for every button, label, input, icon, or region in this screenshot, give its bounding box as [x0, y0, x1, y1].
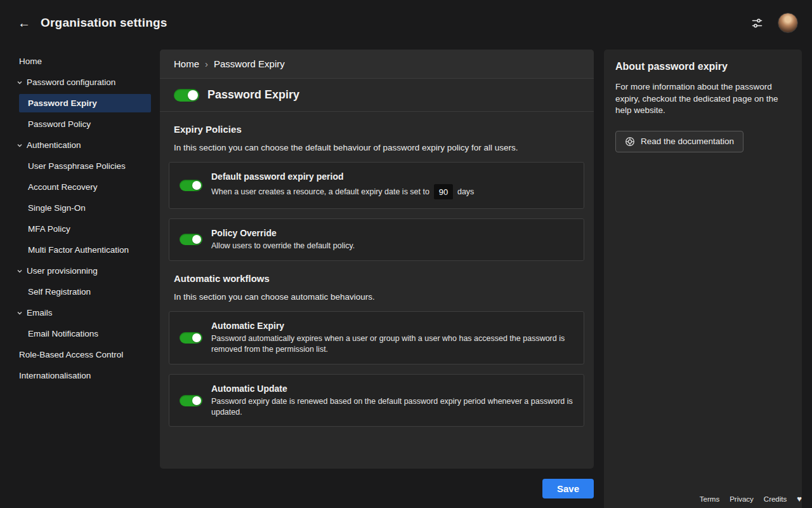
user-avatar[interactable] — [778, 13, 798, 33]
sidebar-group-password-configuration[interactable]: Password configuration — [0, 72, 160, 93]
breadcrumb-separator: › — [205, 58, 208, 69]
top-bar: ← Organisation settings — [0, 0, 812, 46]
sidebar-item-role-based-access-control[interactable]: Role-Based Access Control — [0, 344, 160, 365]
setting-description: Allow users to override the default poli… — [211, 241, 355, 251]
help-panel-title: About password expiry — [615, 61, 790, 72]
sidebar-item-label: Single Sign-On — [28, 203, 86, 213]
sidebar-group-authentication[interactable]: Authentication — [0, 135, 160, 156]
section-description: In this section you can choose automatic… — [174, 292, 580, 302]
filter-sliders-icon[interactable] — [747, 13, 766, 32]
section-title-expiry-policies: Expiry Policies — [174, 124, 580, 135]
sidebar-item-label: Multi Factor Authentication — [28, 245, 129, 255]
sidebar-item-label: Home — [19, 57, 42, 66]
sidebar-item-label: Password Policy — [28, 119, 91, 129]
sidebar-item-label: User provisionning — [27, 266, 98, 276]
password-expiry-toggle[interactable] — [174, 89, 199, 102]
sidebar-item-label: Authentication — [27, 140, 81, 150]
sidebar-item-mfa-policy[interactable]: MFA Policy — [0, 218, 160, 239]
sidebar-item-single-sign-on[interactable]: Single Sign-On — [0, 197, 160, 218]
setting-card-automatic-expiry: Automatic Expiry Password automatically … — [169, 311, 584, 364]
automatic-expiry-toggle[interactable] — [180, 332, 202, 344]
setting-card-default-expiry-period: Default password expiry period When a us… — [169, 162, 584, 209]
chevron-down-icon — [16, 310, 23, 316]
sidebar-item-label: Password Expiry — [28, 98, 97, 108]
back-arrow-icon[interactable]: ← — [14, 13, 34, 33]
help-panel-text: For more information about the password … — [615, 81, 790, 117]
sidebar-item-email-notifications[interactable]: Email Notifications — [0, 323, 160, 344]
sidebar-item-label: Password configuration — [27, 77, 115, 87]
setting-card-text: Automatic Expiry Password automatically … — [211, 321, 573, 355]
setting-title: Default password expiry period — [211, 171, 474, 182]
breadcrumb: Home › Password Expiry — [160, 50, 594, 79]
setting-card-text: Policy Override Allow users to override … — [211, 228, 355, 251]
setting-card-automatic-update: Automatic Update Password expiry date is… — [169, 374, 584, 427]
topbar-actions — [747, 13, 798, 33]
chevron-down-icon — [16, 79, 23, 86]
section-title-automatic-workflows: Automatic workflows — [174, 273, 580, 284]
setting-description-after: days — [457, 187, 474, 196]
setting-title: Automatic Update — [211, 384, 573, 394]
sidebar-item-self-registration[interactable]: Self Registration — [0, 281, 160, 302]
chevron-down-icon — [16, 142, 23, 149]
sidebar-item-home[interactable]: Home — [0, 51, 160, 72]
automatic-update-toggle[interactable] — [180, 395, 202, 406]
setting-description: When a user creates a resource, a defaul… — [211, 184, 474, 199]
sidebar-item-password-expiry[interactable]: Password Expiry — [19, 94, 151, 112]
heart-icon[interactable]: ♥ — [797, 494, 802, 504]
footer-link-credits[interactable]: Credits — [764, 495, 787, 503]
sidebar-group-emails[interactable]: Emails — [0, 302, 160, 323]
help-panel: About password expiry For more informati… — [604, 50, 802, 508]
footer-link-privacy[interactable]: Privacy — [730, 495, 754, 503]
breadcrumb-home-link[interactable]: Home — [174, 58, 199, 69]
breadcrumb-current: Password Expiry — [214, 58, 285, 69]
sidebar-item-user-passphrase-policies[interactable]: User Passphrase Policies — [0, 156, 160, 177]
expiry-days-input[interactable] — [434, 184, 453, 199]
sidebar-item-account-recovery[interactable]: Account Recovery — [0, 177, 160, 197]
save-button[interactable]: Save — [542, 479, 594, 498]
life-buoy-icon — [625, 137, 635, 147]
settings-sidebar: Home Password configuration Password Exp… — [0, 51, 160, 386]
sidebar-item-label: Emails — [27, 308, 53, 318]
setting-card-policy-override: Policy Override Allow users to override … — [169, 218, 584, 261]
read-documentation-label: Read the documentation — [641, 137, 734, 146]
policy-override-toggle[interactable] — [180, 234, 202, 245]
setting-card-text: Default password expiry period When a us… — [211, 171, 474, 199]
password-expiry-panel: Home › Password Expiry Password Expiry E… — [160, 50, 594, 469]
setting-title: Policy Override — [211, 228, 355, 238]
footer: Terms Privacy Credits ♥ — [700, 494, 802, 504]
sidebar-group-user-provisionning[interactable]: User provisionning — [0, 260, 160, 281]
section-description: In this section you can choose the defau… — [174, 143, 580, 152]
setting-card-text: Automatic Update Password expiry date is… — [211, 384, 573, 418]
sidebar-item-internationalisation[interactable]: Internationalisation — [0, 365, 160, 386]
sidebar-item-label: Role-Based Access Control — [19, 350, 123, 359]
sidebar-item-label: Self Registration — [28, 287, 91, 297]
sidebar-item-label: Account Recovery — [28, 182, 98, 192]
sidebar-item-label: Email Notifications — [28, 329, 98, 338]
sidebar-item-multi-factor-authentication[interactable]: Multi Factor Authentication — [0, 239, 160, 260]
chevron-down-icon — [16, 268, 23, 274]
panel-header: Password Expiry — [160, 79, 594, 112]
setting-description: Password expiry date is renewed based on… — [211, 396, 573, 418]
setting-title: Automatic Expiry — [211, 321, 573, 331]
setting-description-before: When a user creates a resource, a defaul… — [211, 187, 429, 196]
panel-title: Password Expiry — [207, 88, 299, 102]
sidebar-item-label: MFA Policy — [28, 224, 70, 234]
sidebar-item-password-policy[interactable]: Password Policy — [0, 114, 160, 135]
footer-link-terms[interactable]: Terms — [700, 495, 719, 503]
page-title: Organisation settings — [41, 16, 167, 30]
sidebar-item-label: Internationalisation — [19, 371, 91, 380]
sidebar-item-label: User Passphrase Policies — [28, 161, 126, 171]
read-documentation-button[interactable]: Read the documentation — [615, 131, 743, 152]
default-expiry-period-toggle[interactable] — [180, 180, 202, 191]
setting-description: Password automatically expires when a us… — [211, 333, 573, 355]
